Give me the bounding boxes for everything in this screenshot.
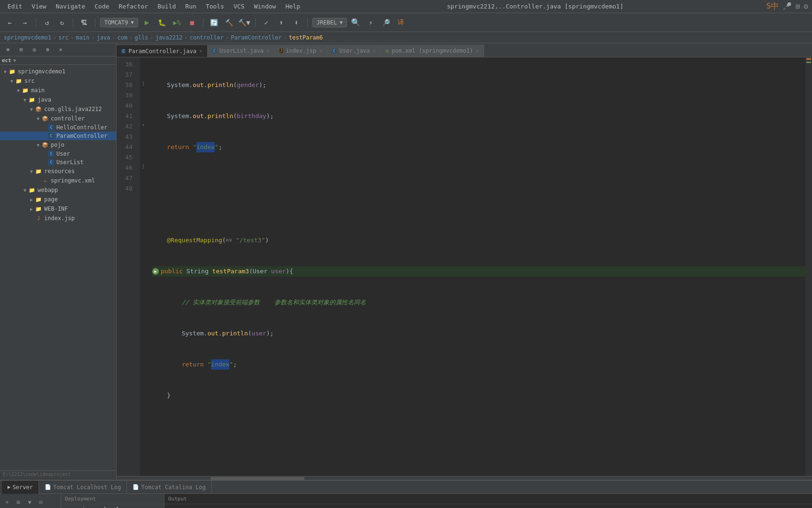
tree-item-main[interactable]: ▼ 📁 main xyxy=(0,86,116,95)
build-dropdown[interactable]: 🔨▼ xyxy=(238,16,250,29)
breadcrumb-testparam6[interactable]: testParam6 xyxy=(289,34,323,41)
breadcrumb-project[interactable]: springmvcdemo1 xyxy=(4,34,51,41)
breadcrumb-main[interactable]: main xyxy=(76,34,89,41)
search-everywhere-button[interactable]: 🔍 xyxy=(350,16,362,29)
sidebar-settings-btn[interactable]: ⚙ xyxy=(41,44,54,56)
forward-button[interactable]: → xyxy=(19,16,31,29)
layout-icon[interactable]: ⊞ xyxy=(796,2,800,11)
sidebar-hide-btn[interactable]: ✕ xyxy=(55,44,67,56)
tab-paramcontroller[interactable]: C ParamController.java × xyxy=(117,45,208,57)
tab-close-user[interactable]: × xyxy=(373,48,376,54)
tab-close-paramcontroller[interactable]: × xyxy=(199,48,203,54)
tree-arrow-ctrl[interactable]: ▼ xyxy=(35,116,41,121)
stop-button[interactable]: ■ xyxy=(186,16,198,29)
menu-item-window[interactable]: Window xyxy=(250,2,280,11)
menu-item-build[interactable]: Build xyxy=(154,2,180,11)
menu-item-help[interactable]: Help xyxy=(281,2,304,11)
menu-item-edit[interactable]: Edit xyxy=(4,2,26,11)
tree-item-pojo[interactable]: ▼ 📦 pojo xyxy=(0,140,116,150)
breadcrumb-controller[interactable]: controller xyxy=(190,34,224,41)
menu-item-run[interactable]: Run xyxy=(181,2,200,11)
tree-item-page[interactable]: ▶ 📁 page xyxy=(0,195,116,204)
code-content[interactable]: System.out.println(gender); System.out.p… xyxy=(147,57,805,476)
redo-button[interactable]: ↻ xyxy=(56,16,68,29)
tree-item-webinf[interactable]: ▶ 📁 WEB-INF xyxy=(0,204,116,214)
tree-arrow-java[interactable]: ▼ xyxy=(22,97,28,103)
run-with-coverage-button[interactable]: ▶% xyxy=(171,16,183,29)
project-structure-button[interactable]: 🏗 xyxy=(78,16,90,29)
tree-item-controller[interactable]: ▼ 📦 controller xyxy=(0,114,116,123)
tree-arrow-page[interactable]: ▶ xyxy=(28,197,35,202)
tree-arrow-root[interactable]: ▼ xyxy=(2,69,8,74)
tree-item-user[interactable]: C User xyxy=(0,150,116,158)
tab-close-indexjsp[interactable]: × xyxy=(319,48,322,54)
tree-arrow-main[interactable]: ▼ xyxy=(15,88,22,93)
menu-item-refactor[interactable]: Refactor xyxy=(115,2,152,11)
tab-close-userlist[interactable]: × xyxy=(266,48,270,54)
tree-arrow-pkg[interactable]: ▼ xyxy=(28,107,35,112)
scope-btn[interactable]: ⊕ xyxy=(2,44,14,56)
menu-item-vcs[interactable]: VCS xyxy=(230,2,248,11)
tab-indexjsp[interactable]: J index.jsp × xyxy=(275,45,328,57)
menu-item-tools[interactable]: Tools xyxy=(202,2,228,11)
run-config-selector[interactable]: TOMCAT9 ▼ xyxy=(100,18,138,27)
code-editor[interactable]: 36 37 38 39 40 41 42 43 44 45 46 47 48 } xyxy=(117,57,812,476)
h-scrollbar-thumb[interactable] xyxy=(211,477,304,480)
tree-arrow-webapp[interactable]: ▼ xyxy=(22,188,28,193)
run-anything-button[interactable]: ⚡ xyxy=(365,16,377,29)
panel-add-btn[interactable]: + xyxy=(2,497,12,508)
translate-button[interactable]: 译 xyxy=(395,16,407,29)
run-button[interactable]: ▶ xyxy=(141,16,153,29)
breadcrumb-src[interactable]: src xyxy=(58,34,69,41)
breadcrumb-glls[interactable]: glls xyxy=(135,34,148,41)
breadcrumb-java[interactable]: java xyxy=(96,34,110,41)
menu-item-code[interactable]: Code xyxy=(91,2,113,11)
tree-item-java[interactable]: ▼ 📁 java xyxy=(0,95,116,104)
locate-btn[interactable]: ◎ xyxy=(28,44,40,56)
back-button[interactable]: ← xyxy=(4,16,16,29)
tree-item-webapp[interactable]: ▼ 📁 webapp xyxy=(0,185,116,195)
build-button[interactable]: 🔨 xyxy=(223,16,235,29)
update-project-button[interactable]: ⬆ xyxy=(275,16,288,29)
panel-expand-btn[interactable]: ⊡ xyxy=(36,497,46,508)
tab-userlist[interactable]: C UserList.java × xyxy=(208,45,275,57)
tree-root[interactable]: ▼ 📁 springmvcdemo1 xyxy=(0,67,116,76)
tree-item-hello[interactable]: C HelloController xyxy=(0,123,116,132)
tab-pomxml[interactable]: m pom.xml (springmvcdemo1) × xyxy=(381,45,484,57)
tree-item-resources[interactable]: ▼ 📁 resources xyxy=(0,167,116,176)
settings-icon[interactable]: ⚙ xyxy=(804,2,808,11)
debug-button[interactable]: 🐛 xyxy=(156,16,168,29)
run-gutter-icon[interactable]: ▶ xyxy=(152,268,159,275)
tree-item-pkg[interactable]: ▼ 📦 com.glls.java2212 xyxy=(0,104,116,114)
collapse-all-btn[interactable]: ⊟ xyxy=(15,44,27,56)
tab-tomcat-catalina[interactable]: 📄 Tomcat Catalina Log xyxy=(127,481,211,494)
tree-item-paramcontroller[interactable]: C ParamController xyxy=(0,132,116,140)
sk-icon[interactable]: S中 xyxy=(766,1,779,11)
menu-item-navigate[interactable]: Navigate xyxy=(52,2,89,11)
tree-item-indexjsp[interactable]: J index.jsp xyxy=(0,214,116,223)
microphone-icon[interactable]: 🎤 xyxy=(782,2,792,11)
tree-item-xml[interactable]: ✦ springmvc.xml xyxy=(0,176,116,185)
tree-arrow-src[interactable]: ▼ xyxy=(8,79,15,84)
breadcrumb-paramcontroller[interactable]: ParamController xyxy=(231,34,281,41)
tree-arrow-pojo[interactable]: ▼ xyxy=(35,143,41,148)
tree-item-src[interactable]: ▼ 📁 src xyxy=(0,76,116,86)
commit-button[interactable]: ✓ xyxy=(260,16,273,29)
breadcrumb-com[interactable]: com xyxy=(117,34,128,41)
tree-arrow-resources[interactable]: ▼ xyxy=(28,169,35,174)
tab-close-pomxml[interactable]: × xyxy=(476,48,479,54)
tree-item-userlist[interactable]: C UserList xyxy=(0,158,116,167)
jrebel-selector[interactable]: JREBEL ▼ xyxy=(312,18,347,27)
tree-arrow-webinf[interactable]: ▶ xyxy=(28,206,35,212)
find-usages-button[interactable]: 🔎 xyxy=(380,16,392,29)
menu-item-view[interactable]: View xyxy=(28,2,50,11)
h-scrollbar[interactable] xyxy=(117,476,812,480)
undo-button[interactable]: ↺ xyxy=(41,16,53,29)
panel-grid-btn[interactable]: ⊞ xyxy=(13,497,23,508)
sync-button[interactable]: 🔄 xyxy=(208,16,220,29)
tab-tomcat-localhost[interactable]: 📄 Tomcat Localhost Log xyxy=(39,481,127,494)
tab-user[interactable]: C User.java × xyxy=(328,45,381,57)
push-button[interactable]: ⬇ xyxy=(290,16,303,29)
breadcrumb-java2212[interactable]: java2212 xyxy=(156,34,183,41)
tab-server[interactable]: ▶ Server xyxy=(2,481,39,494)
